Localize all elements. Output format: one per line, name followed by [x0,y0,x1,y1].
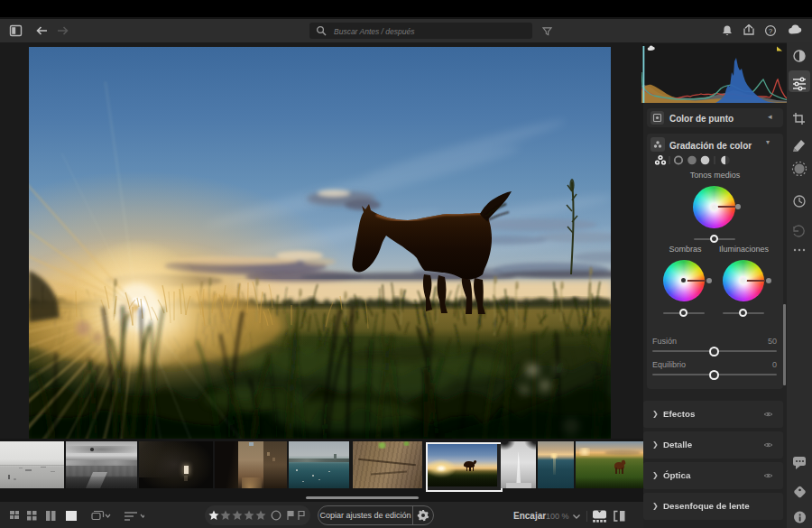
svg-text:?: ? [769,27,773,35]
